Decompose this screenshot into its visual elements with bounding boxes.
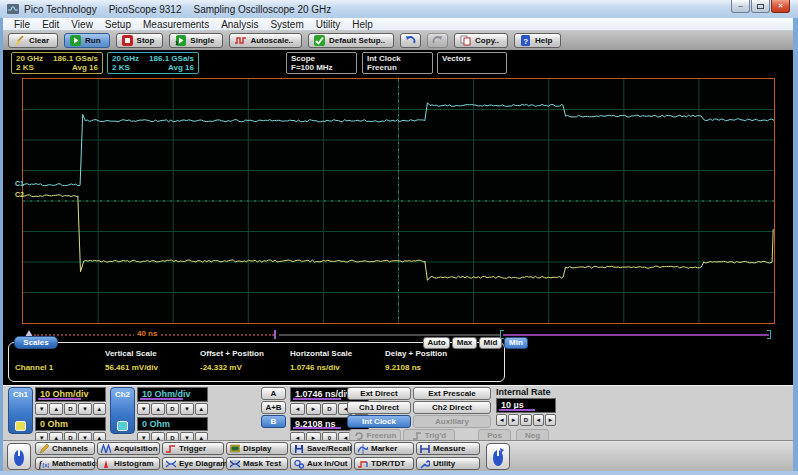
stop-button[interactable]: Stop <box>116 33 164 48</box>
timebase-b-button[interactable]: B <box>261 415 286 428</box>
aux-in-out-button[interactable]: Aux In/Out <box>290 457 352 470</box>
help-button[interactable]: ? Help <box>514 33 561 48</box>
maximize-button[interactable] <box>751 0 770 13</box>
channels-button[interactable]: Channels <box>35 442 95 455</box>
ch1-color-swatch[interactable] <box>15 421 26 431</box>
histogram-button[interactable]: Histogram <box>97 457 160 470</box>
menu-edit[interactable]: Edit <box>36 18 65 31</box>
window-right-border <box>793 18 798 471</box>
undo-button[interactable] <box>400 33 421 48</box>
menu-system[interactable]: System <box>264 18 309 31</box>
ch1-status-box[interactable]: 20 GHz186.1 GSa/s 2 KSAvg 16 <box>11 52 103 74</box>
menu-utility[interactable]: Utility <box>310 18 346 31</box>
ch2-scale-coarse-down-button[interactable]: ▼ <box>137 403 150 415</box>
delay-position-value: 9.2108 ns <box>385 363 421 372</box>
ch2-scale-fine-up-button[interactable]: ▲ <box>195 403 208 415</box>
ch2-scale-coarse-up-button[interactable]: ▲ <box>151 403 164 415</box>
clock-status-box[interactable]: Int Clock Freerun <box>362 52 433 74</box>
view-auto-button[interactable]: Auto <box>423 337 450 349</box>
menu-help[interactable]: Help <box>346 18 379 31</box>
measure-button[interactable]: Measure <box>416 442 480 455</box>
internal-rate-coarse-right-button[interactable]: ► <box>508 414 519 426</box>
menu-measurements[interactable]: Measurements <box>137 18 215 31</box>
mathematics-button[interactable]: f(x) Mathematics <box>35 457 95 470</box>
autoscale-icon <box>235 35 246 46</box>
save-recall-button[interactable]: Save/Recall <box>290 442 352 455</box>
window-right-bracket-icon[interactable] <box>767 330 771 339</box>
copy-button[interactable]: Copy.. <box>454 33 508 48</box>
minimize-button[interactable]: – <box>731 0 750 13</box>
view-mid-button[interactable]: Mid <box>479 337 502 349</box>
ch2-color-swatch[interactable] <box>117 421 128 431</box>
waveform-display[interactable]: C1 C2 <box>22 78 775 324</box>
display-button[interactable]: Display <box>226 442 288 455</box>
ch1-scale-fine-down-button[interactable]: ▼ <box>78 403 91 415</box>
ch2-tab[interactable]: Ch2 <box>110 387 135 434</box>
ch1-offset-display: 0 Ohm <box>35 417 106 431</box>
trigger-ext-direct-button[interactable]: Ext Direct <box>347 387 411 400</box>
ch1-scale-dial-button[interactable]: D <box>64 403 77 415</box>
internal-rate-fine-right-button[interactable]: ► <box>545 414 556 426</box>
trigger-ext-prescale-button[interactable]: Ext Prescale <box>413 387 491 400</box>
close-button[interactable]: × <box>771 0 790 13</box>
delay-position-header: Delay + Position <box>385 349 447 358</box>
vertical-scale-header: Vertical Scale <box>105 349 157 358</box>
scales-tab[interactable]: Scales <box>14 336 58 349</box>
timebase-ab-button[interactable]: A+B <box>261 401 286 414</box>
mask-test-button[interactable]: Mask Test <box>226 457 288 470</box>
mask-pattern-icon <box>230 459 240 469</box>
trigger-ch1-direct-button[interactable]: Ch1 Direct <box>347 401 411 414</box>
app-window: Pico Technology PicoScope 9312 Sampling … <box>0 0 798 475</box>
timebase-scale-coarse-right-button[interactable]: ► <box>306 403 321 415</box>
internal-rate-dial-button[interactable]: D <box>520 414 531 426</box>
acquisition-button[interactable]: Acquisition <box>97 442 160 455</box>
svg-text:(x): (x) <box>42 461 49 467</box>
timebase-scale-dial-button[interactable]: D <box>322 403 337 415</box>
timebase-bar[interactable]: 40 ns <box>22 328 775 342</box>
horizontal-scale-header: Horizontal Scale <box>290 349 352 358</box>
ch1-scale-fine-up-button[interactable]: ▲ <box>93 403 106 415</box>
stop-icon <box>122 35 133 46</box>
tdr-tdt-button[interactable]: TDR/TDT <box>354 457 414 470</box>
default-setup-button[interactable]: Default Setup.. <box>308 33 394 48</box>
single-button[interactable]: 1 Single <box>169 33 223 48</box>
control-area: Ch1 10 Ohm/div ▼ ▲ D ▼ ▲ 0 Ohm ▼ ▲ D ▼ ▲… <box>3 385 793 440</box>
menu-file[interactable]: File <box>8 18 36 31</box>
ch2-status-box[interactable]: 20 GHz186.1 GSa/s 2 KSAvg 16 <box>107 52 199 74</box>
timebase-scale-coarse-left-button[interactable]: ◄ <box>290 403 305 415</box>
trigger-int-clock-button[interactable]: Int Clock <box>347 415 411 428</box>
timebase-a-button[interactable]: A <box>261 387 286 400</box>
timebase-window-span[interactable] <box>503 334 769 336</box>
marker-button[interactable]: Marker <box>354 442 414 455</box>
ch2-scale-fine-down-button[interactable]: ▼ <box>180 403 193 415</box>
scope-status-box[interactable]: Scope F=100 MHz <box>286 52 357 74</box>
mouse-right-button[interactable] <box>486 443 510 470</box>
eye-diagram-button[interactable]: Eye Diagram <box>162 457 224 470</box>
internal-rate-display: 10 µs <box>496 398 556 413</box>
redo-button[interactable] <box>427 33 448 48</box>
clear-button[interactable]: Clear <box>8 33 58 48</box>
run-button[interactable]: Run <box>64 33 110 48</box>
internal-rate-coarse-left-button[interactable]: ◄ <box>496 414 507 426</box>
internal-rate-steppers: ◄ ► D ◄ ► <box>496 414 556 426</box>
utility-button[interactable]: Utility <box>416 457 480 470</box>
view-max-button[interactable]: Max <box>452 337 477 349</box>
ch1-tab[interactable]: Ch1 <box>8 387 33 434</box>
view-min-button[interactable]: Min <box>504 337 528 349</box>
ch2-scale-steppers: ▼ ▲ D ▼ ▲ <box>137 403 208 415</box>
mouse-left-button[interactable] <box>7 443 31 470</box>
trigger-auxiliary-button[interactable]: Auxiliary <box>413 415 491 428</box>
ch2-scale-dial-button[interactable]: D <box>166 403 179 415</box>
ch1-scale-coarse-down-button[interactable]: ▼ <box>35 403 48 415</box>
internal-rate-fine-left-button[interactable]: ◄ <box>533 414 544 426</box>
menu-analysis[interactable]: Analysis <box>215 18 264 31</box>
trigger-ch2-direct-button[interactable]: Ch2 Direct <box>413 401 491 414</box>
timebase-tick <box>274 330 276 339</box>
menu-setup[interactable]: Setup <box>99 18 137 31</box>
trigger-button[interactable]: Trigger <box>162 442 224 455</box>
display-mode-box[interactable]: Vectors <box>437 52 507 74</box>
menu-view[interactable]: View <box>65 18 99 31</box>
mouse-icon <box>12 447 26 467</box>
ch1-scale-coarse-up-button[interactable]: ▲ <box>49 403 62 415</box>
autoscale-button[interactable]: Autoscale.. <box>229 33 302 48</box>
